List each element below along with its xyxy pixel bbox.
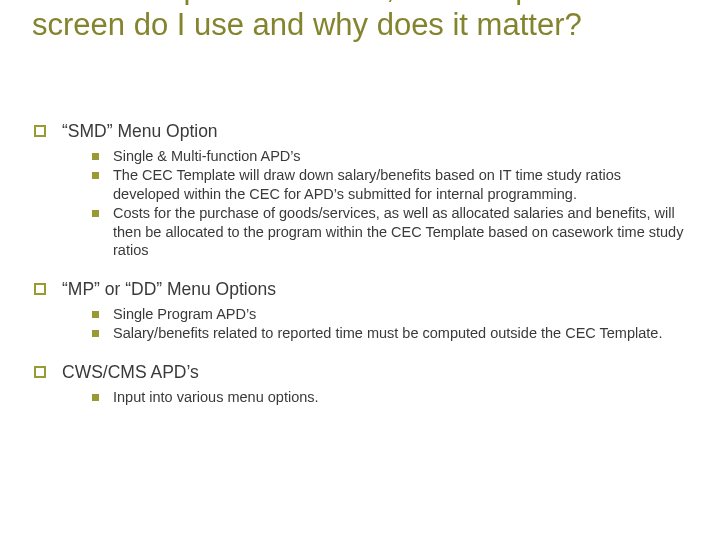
square-filled-icon: [92, 330, 99, 337]
bullet-level2: Salary/benefits related to reported time…: [92, 324, 684, 343]
slide-body: “SMD” Menu Option Single & Multi-functio…: [34, 120, 684, 407]
square-filled-icon: [92, 210, 99, 217]
square-outline-icon: [34, 366, 46, 378]
bullet-text: Single Program APD’s: [113, 305, 256, 324]
square-filled-icon: [92, 311, 99, 318]
bullet-text: Costs for the purchase of goods/services…: [113, 204, 684, 260]
bullet-text: “SMD” Menu Option: [62, 120, 218, 143]
square-filled-icon: [92, 153, 99, 160]
slide: For Developmental APD's, which input scr…: [0, 0, 720, 540]
bullet-level1: “MP” or “DD” Menu Options: [34, 278, 684, 301]
bullet-text: Single & Multi-function APD’s: [113, 147, 301, 166]
bullet-level2: Costs for the purchase of goods/services…: [92, 204, 684, 260]
square-outline-icon: [34, 283, 46, 295]
sub-bullet-group: Single & Multi-function APD’s The CEC Te…: [92, 147, 684, 260]
slide-title: For Developmental APD's, which input scr…: [32, 0, 652, 43]
bullet-level1: “SMD” Menu Option: [34, 120, 684, 143]
sub-bullet-group: Input into various menu options.: [92, 388, 684, 407]
bullet-level1: CWS/CMS APD’s: [34, 361, 684, 384]
bullet-level2: Single Program APD’s: [92, 305, 684, 324]
square-outline-icon: [34, 125, 46, 137]
bullet-text: Salary/benefits related to reported time…: [113, 324, 662, 343]
bullet-level2: Input into various menu options.: [92, 388, 684, 407]
bullet-level2: The CEC Template will draw down salary/b…: [92, 166, 684, 203]
bullet-text: “MP” or “DD” Menu Options: [62, 278, 276, 301]
square-filled-icon: [92, 394, 99, 401]
bullet-text: Input into various menu options.: [113, 388, 319, 407]
bullet-text: The CEC Template will draw down salary/b…: [113, 166, 684, 203]
sub-bullet-group: Single Program APD’s Salary/benefits rel…: [92, 305, 684, 343]
bullet-text: CWS/CMS APD’s: [62, 361, 199, 384]
bullet-level2: Single & Multi-function APD’s: [92, 147, 684, 166]
square-filled-icon: [92, 172, 99, 179]
